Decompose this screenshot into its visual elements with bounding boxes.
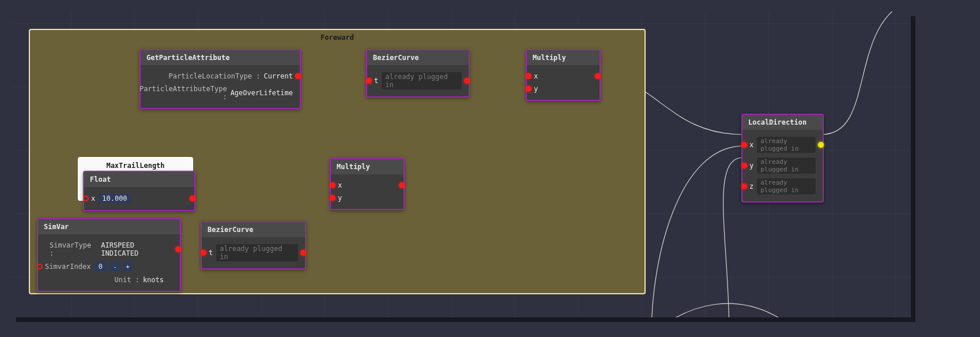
input-port-y[interactable] xyxy=(330,195,336,201)
node-multiply-1[interactable]: Multiply x y xyxy=(526,49,601,101)
input-port-x[interactable] xyxy=(741,142,747,148)
row-value: Current xyxy=(263,72,293,80)
simvar-index-row: SimvarIndex 0 - + xyxy=(40,260,178,274)
plugged-indicator: already plugged in xyxy=(382,72,462,89)
attr-row-type: ParticleAttributeType : AgeOverLifetime xyxy=(143,83,297,103)
float-value-row: x 10.000 xyxy=(86,192,192,205)
plugged-indicator: already plugged in xyxy=(216,244,298,261)
output-port-x[interactable] xyxy=(818,142,824,148)
port-label: x xyxy=(534,72,538,80)
port-label: t xyxy=(374,77,378,85)
port-label: x xyxy=(338,181,342,189)
node-header: Multiply xyxy=(527,50,600,65)
node-header: Float xyxy=(84,172,194,187)
group-title: MaxTrailLength xyxy=(79,162,192,170)
output-port[interactable] xyxy=(399,182,405,188)
float-value-input[interactable]: 10.000 xyxy=(99,194,130,203)
input-y-row: y xyxy=(529,83,597,95)
input-port-t[interactable] xyxy=(201,250,206,256)
node-local-direction[interactable]: LocalDirection x already plugged in y al… xyxy=(741,114,824,203)
attr-row-location: ParticleLocationType : Current xyxy=(143,70,297,83)
input-y-row: y already plugged in xyxy=(745,155,820,176)
row-value: knots xyxy=(143,276,164,284)
simvar-unit-row: Unit : knots xyxy=(40,274,178,286)
row-value: AIRSPEED INDICATED xyxy=(101,241,173,257)
stepper-minus[interactable]: - xyxy=(110,262,119,271)
stepper-plus[interactable]: + xyxy=(123,262,132,271)
row-label: SimvarIndex xyxy=(45,263,91,271)
row-label: ParticleLocationType : xyxy=(168,72,260,80)
output-port[interactable] xyxy=(300,250,306,256)
output-port[interactable] xyxy=(295,73,301,79)
input-x-row: x xyxy=(333,179,401,192)
port-label: x xyxy=(91,194,95,203)
port-label: y xyxy=(749,162,753,170)
simvar-index-input[interactable]: 0 xyxy=(94,262,107,271)
port-label: x xyxy=(749,141,753,149)
node-bezier-curve-1[interactable]: BezierCurve t already plugged in xyxy=(366,49,470,98)
input-t-row: t already plugged in xyxy=(204,242,303,264)
row-label: SimvarType : xyxy=(50,241,97,257)
input-port-x[interactable] xyxy=(330,182,336,188)
plugged-indicator: already plugged in xyxy=(757,178,816,194)
plugged-indicator: already plugged in xyxy=(757,137,816,153)
input-y-row: y xyxy=(333,192,401,204)
output-port[interactable] xyxy=(175,246,181,252)
port-label: t xyxy=(209,249,213,257)
output-port[interactable] xyxy=(595,73,601,79)
node-header: LocalDirection xyxy=(742,115,823,130)
plugged-indicator: already plugged in xyxy=(757,158,816,174)
output-port[interactable] xyxy=(190,196,195,201)
row-label: Unit : xyxy=(115,276,140,284)
input-z-row: z already plugged in xyxy=(745,176,820,197)
port-label: y xyxy=(534,85,538,93)
node-header: SimVar xyxy=(38,219,180,234)
input-port-z[interactable] xyxy=(741,184,747,189)
group-title: Foreward xyxy=(30,33,644,42)
node-header: GetParticleAttribute xyxy=(141,50,300,65)
input-port-y[interactable] xyxy=(741,163,747,168)
input-t-row: t already plugged in xyxy=(370,70,466,92)
port-label: y xyxy=(338,194,342,202)
node-graph-canvas[interactable]: Foreward GetParticleAttribute ParticleLo… xyxy=(12,12,911,317)
input-x-row: x already plugged in xyxy=(745,134,820,155)
input-port-index[interactable] xyxy=(37,264,43,269)
input-port-y[interactable] xyxy=(526,86,532,92)
node-float[interactable]: Float x 10.000 xyxy=(83,171,195,211)
simvar-type-row: SimvarType : AIRSPEED INDICATED xyxy=(40,239,178,260)
node-multiply-2[interactable]: Multiply x y xyxy=(330,158,405,210)
input-port-t[interactable] xyxy=(366,78,372,84)
node-simvar[interactable]: SimVar SimvarType : AIRSPEED INDICATED S… xyxy=(37,218,181,292)
node-header: BezierCurve xyxy=(202,222,305,237)
port-label: z xyxy=(749,182,753,190)
node-header: BezierCurve xyxy=(367,50,469,65)
input-port-x[interactable] xyxy=(526,73,532,79)
node-header: Multiply xyxy=(331,159,404,174)
row-value: AgeOverLifetime xyxy=(231,89,293,97)
output-port[interactable] xyxy=(464,78,470,84)
node-bezier-curve-2[interactable]: BezierCurve t already plugged in xyxy=(201,221,306,269)
input-x-row: x xyxy=(529,70,597,83)
input-port-x[interactable] xyxy=(83,196,89,201)
node-get-particle-attribute[interactable]: GetParticleAttribute ParticleLocationTyp… xyxy=(140,49,301,109)
row-label: ParticleAttributeType : xyxy=(140,85,227,101)
